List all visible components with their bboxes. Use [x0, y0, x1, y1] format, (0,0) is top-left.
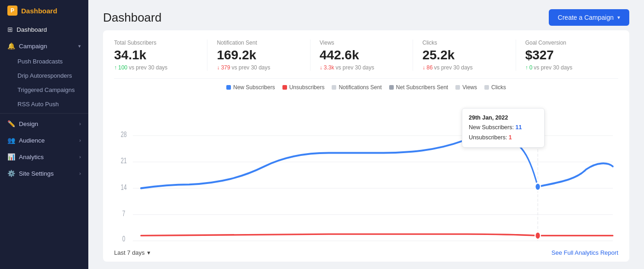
date-range-label: Last 7 days: [114, 249, 145, 256]
stat-value: 169.2k: [217, 48, 300, 63]
svg-point-18: [535, 232, 540, 239]
page-title: Dashboard: [103, 11, 161, 25]
stat-clicks: Clicks 25.2k 86 vs prev 30 days: [422, 40, 516, 71]
stat-label: Clicks: [422, 40, 506, 46]
change-text: vs prev 30 days: [434, 64, 473, 71]
legend-label: Notifications Sent: [339, 84, 381, 91]
sidebar-sub-triggered[interactable]: Triggered Campaigns: [0, 83, 88, 97]
stat-change: 379 vs prev 30 days: [217, 64, 300, 71]
chart-area: 0 7 14 21 28 25th Jan, 2022 26th Jan, 20…: [114, 94, 618, 245]
sidebar-sub-drip[interactable]: Drip Autoresponders: [0, 69, 88, 83]
dashboard-footer: Last 7 days ▾ See Full Analytics Report: [114, 245, 618, 262]
change-arrow-down: [422, 64, 425, 71]
logo-text: Dashboard: [21, 7, 57, 15]
settings-icon: ⚙️: [7, 170, 15, 177]
legend-color-dot: [282, 85, 287, 90]
stat-label: Goal Conversion: [525, 40, 609, 46]
page-header: Dashboard Create a Campaign ▾: [88, 0, 644, 30]
chevron-down-icon: ▾: [147, 249, 150, 256]
legend-color-dot: [389, 85, 394, 90]
stat-label: Views: [320, 40, 403, 46]
chevron-down-icon: ▾: [78, 43, 81, 49]
change-text: vs prev 30 days: [129, 64, 167, 71]
svg-text:14: 14: [121, 183, 127, 191]
legend-label: New Subscribers: [233, 84, 275, 91]
change-text: vs prev 30 days: [336, 64, 374, 71]
sidebar-item-label: Audience: [19, 137, 45, 144]
sidebar-logo[interactable]: P Dashboard: [0, 0, 88, 21]
sidebar-item-label: Site Settings: [19, 170, 54, 177]
campaign-icon: 🔔: [7, 42, 15, 50]
create-campaign-button[interactable]: Create a Campaign ▾: [549, 9, 629, 26]
change-value: 379: [221, 64, 230, 71]
change-text: vs prev 30 days: [534, 64, 572, 71]
stat-change: 100 vs prev 30 days: [114, 64, 198, 71]
stat-value: 34.1k: [114, 48, 198, 63]
legend-label: Unsubscribers: [289, 84, 325, 91]
chart-svg: 0 7 14 21 28 25th Jan, 2022 26th Jan, 20…: [114, 94, 618, 245]
legend-label: Net Subscribers Sent: [396, 84, 448, 91]
stat-value: 442.6k: [320, 48, 403, 63]
design-icon: ✏️: [7, 120, 15, 127]
see-full-analytics-link[interactable]: See Full Analytics Report: [552, 249, 618, 256]
svg-text:28: 28: [121, 130, 127, 138]
stat-notification-sent: Notification Sent 169.2k 379 vs prev 30 …: [217, 40, 310, 71]
legend-color-dot: [484, 85, 489, 90]
dashboard-icon: ⊞: [7, 26, 13, 33]
legend-unsubscribers: Unsubscribers: [282, 84, 325, 91]
change-arrow-down: [217, 64, 219, 71]
svg-text:0: 0: [122, 235, 126, 243]
sidebar-sub-rss[interactable]: RSS Auto Push: [0, 97, 88, 111]
stat-change: 3.3k vs prev 30 days: [320, 64, 403, 71]
stat-label: Total Subscribers: [114, 40, 198, 46]
svg-text:21: 21: [121, 156, 127, 165]
change-arrow-up: [114, 64, 117, 71]
sidebar-item-site-settings[interactable]: ⚙️ Site Settings ›: [0, 165, 88, 182]
legend-notifications-sent: Notifications Sent: [332, 84, 381, 91]
change-value: 0: [529, 64, 533, 71]
change-value: 86: [426, 64, 432, 71]
change-arrow-up: [525, 64, 528, 71]
sidebar-item-label: Design: [19, 120, 38, 127]
sidebar-sub-push-broadcasts[interactable]: Push Broadcasts: [0, 54, 88, 69]
change-value: 100: [118, 64, 127, 71]
main-content: Dashboard Create a Campaign ▾ Total Subs…: [88, 0, 644, 269]
svg-text:7: 7: [122, 209, 126, 217]
sidebar-item-analytics[interactable]: 📊 Analytics ›: [0, 149, 88, 165]
stat-change: 0 vs prev 30 days: [525, 64, 609, 71]
chevron-right-icon: ›: [79, 121, 81, 126]
chevron-right-icon: ›: [79, 137, 81, 143]
chevron-right-icon: ›: [79, 154, 81, 160]
audience-icon: 👥: [7, 137, 15, 144]
change-value: 3.3k: [324, 64, 334, 71]
legend-color-dot: [226, 85, 231, 90]
sidebar-item-label: Analytics: [19, 154, 44, 160]
stat-value: 25.2k: [422, 48, 506, 63]
sidebar-item-design[interactable]: ✏️ Design ›: [0, 115, 88, 132]
stat-value: $327: [525, 48, 609, 63]
sidebar-item-audience[interactable]: 👥 Audience ›: [0, 132, 88, 149]
chart-legend: New Subscribers Unsubscribers Notificati…: [114, 84, 618, 91]
create-campaign-label: Create a Campaign: [558, 14, 614, 21]
sidebar-item-campaign[interactable]: 🔔 Campaign ▾: [0, 38, 88, 54]
chevron-down-icon: ▾: [617, 14, 620, 21]
legend-views: Views: [455, 84, 477, 91]
stat-total-subscribers: Total Subscribers 34.1k 100 vs prev 30 d…: [114, 40, 207, 71]
legend-color-dot: [332, 85, 336, 90]
chevron-right-icon: ›: [79, 171, 81, 176]
legend-net-subscribers: Net Subscribers Sent: [389, 84, 448, 91]
logo-icon: P: [7, 6, 17, 16]
legend-label: Views: [462, 84, 477, 91]
legend-new-subscribers: New Subscribers: [226, 84, 275, 91]
change-arrow-down: [320, 64, 322, 71]
dashboard-card: Total Subscribers 34.1k 100 vs prev 30 d…: [103, 30, 629, 262]
legend-clicks: Clicks: [484, 84, 506, 91]
sidebar-item-dashboard[interactable]: ⊞ Dashboard: [0, 21, 88, 38]
legend-color-dot: [455, 85, 460, 90]
analytics-icon: 📊: [7, 153, 15, 160]
legend-label: Clicks: [491, 84, 506, 91]
sidebar-item-label: Campaign: [19, 43, 47, 50]
sidebar-item-label: Dashboard: [17, 26, 47, 33]
date-range-button[interactable]: Last 7 days ▾: [114, 249, 150, 256]
svg-point-17: [535, 183, 540, 190]
